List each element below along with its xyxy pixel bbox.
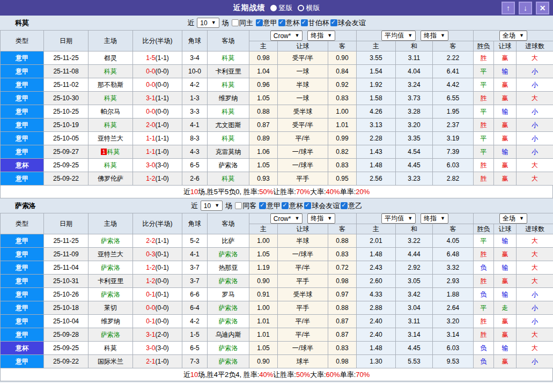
result-cell: 大 — [517, 275, 553, 288]
home-team-cell: 维罗纳 — [89, 315, 133, 328]
bottom-strip — [0, 381, 553, 382]
ah-odds-cell: 0.95 — [328, 172, 357, 186]
ah-odds-cell: 0.98 — [249, 51, 278, 65]
layout-radio-horizontal[interactable]: 横版 — [298, 3, 320, 13]
league-filter-checkbox[interactable]: 球会友谊 — [304, 201, 340, 211]
final-eu-select[interactable]: 终指▼ — [421, 31, 448, 41]
same-venue-filter[interactable]: 同客 — [235, 201, 256, 211]
date-cell: 25-10-04 — [44, 315, 89, 328]
checkbox-icon — [259, 202, 266, 209]
corner-cell: 6-4 — [182, 301, 208, 315]
scope-select[interactable]: 全场▼ — [499, 31, 527, 41]
move-up-button[interactable]: ↑ — [502, 2, 515, 14]
halftime-score: (1-1) — [156, 135, 169, 142]
ah-odds-cell: 1.01 — [328, 119, 357, 132]
final-odds-select[interactable]: 终指▼ — [307, 213, 335, 224]
summary-segment: 让胜率: — [273, 187, 296, 197]
eu-odds-cell: 9.53 — [433, 355, 474, 368]
eu-odds-cell: 2.56 — [357, 172, 396, 186]
average-select[interactable]: 平均值▼ — [381, 213, 416, 224]
home-team-name: 科莫 — [104, 344, 117, 352]
corner-cell: 10-0 — [182, 65, 208, 78]
ah-odds-cell: 一/球半 — [278, 248, 328, 261]
move-down-button[interactable]: ↓ — [519, 2, 532, 14]
home-team-name: 亚特兰大 — [98, 135, 123, 142]
match-count-select[interactable]: 10 ▼ — [197, 18, 219, 28]
league-filter-checkbox[interactable]: 球会友谊 — [330, 18, 366, 28]
away-team-cell: 萨索洛 — [208, 301, 249, 315]
close-button[interactable]: ✕ — [536, 2, 549, 14]
result-cell: 胜 — [474, 328, 494, 342]
eu-odds-cell: 3.14 — [396, 328, 433, 342]
home-team-cell: 萨索洛 — [89, 261, 133, 275]
chevron-down-icon: ▼ — [408, 33, 412, 38]
halftime-score: (0-1) — [156, 291, 169, 298]
summary-segment: 场,胜5平5负0, 胜率: — [198, 187, 259, 197]
col-result-wdl: 胜负 — [474, 41, 494, 51]
match-row: 意甲25-11-04萨索洛1-2(0-1)3-7热那亚1.19平/半0.722.… — [1, 261, 553, 275]
ah-odds-cell: 球半 — [278, 355, 328, 368]
col-eu-away: 客 — [433, 41, 474, 51]
league-filter-checkbox[interactable]: 甘伯杯 — [301, 18, 329, 28]
halftime-score: (0-1) — [156, 264, 169, 271]
eu-odds-cell: 3.11 — [396, 315, 433, 328]
final-eu-select[interactable]: 终指▼ — [421, 213, 448, 224]
away-team-cell: 卡利亚里 — [208, 65, 249, 78]
result-cell: 输 — [494, 105, 517, 119]
result-cell: 胜 — [474, 92, 494, 105]
match-count-select[interactable]: 10 ▼ — [201, 201, 223, 211]
same-venue-filter[interactable]: 同主 — [232, 18, 253, 28]
col-type: 类型 — [1, 31, 44, 51]
col-home: 主场 — [89, 213, 133, 234]
team-name: 科莫 — [15, 18, 29, 28]
result-cell: 赢 — [494, 172, 517, 186]
result-cell: 大 — [517, 234, 553, 248]
away-team-cell: 萨索洛 — [208, 355, 249, 368]
home-team-name: 科莫 — [104, 68, 117, 75]
layout-radio-vertical[interactable]: 竖版 — [270, 3, 293, 13]
result-cell: 胜 — [474, 51, 494, 65]
away-team-cell: 科莫 — [208, 78, 249, 92]
eu-odds-cell: 1.88 — [433, 288, 474, 301]
league-filter-checkbox[interactable]: 意乙 — [341, 201, 362, 211]
chevron-down-icon: ▼ — [294, 33, 299, 38]
eu-odds-cell: 3.73 — [396, 92, 433, 105]
bookmaker-select[interactable]: Crow*▼ — [270, 31, 303, 41]
scope-select[interactable]: 全场▼ — [499, 213, 527, 224]
date-cell: 25-10-31 — [44, 275, 89, 288]
final-odds-select[interactable]: 终指▼ — [307, 31, 335, 41]
bookmaker-select[interactable]: Crow*▼ — [270, 213, 303, 224]
eu-odds-cell: 3.13 — [357, 119, 396, 132]
league-cell: 意甲 — [1, 261, 44, 275]
checkbox-icon — [304, 202, 311, 209]
eu-odds-cell: 2.93 — [433, 275, 474, 288]
summary-segment: 40% — [326, 188, 340, 196]
ah-odds-cell: 一球 — [278, 65, 328, 78]
result-cell: 输 — [494, 145, 517, 159]
eu-odds-cell: 3.35 — [396, 132, 433, 145]
away-team-name: 维罗纳 — [219, 94, 238, 102]
score-cell: 0-3(0-1) — [133, 248, 182, 261]
home-team-name: 萨索洛 — [101, 264, 120, 271]
col-result-wdl: 胜负 — [474, 224, 494, 234]
summary-segment: 20% — [356, 188, 370, 196]
radio-icon — [270, 5, 277, 11]
date-cell: 25-10-25 — [44, 105, 89, 119]
league-filter-label: 意杯 — [286, 18, 300, 28]
home-team-cell: 科莫 — [89, 65, 133, 78]
chevron-down-icon: ▼ — [327, 216, 332, 221]
ah-odds-cell: 0.91 — [249, 288, 278, 301]
ah-odds-cell: 1.19 — [249, 261, 278, 275]
away-team-name: 萨索洛 — [219, 304, 238, 312]
home-team-cell: 科莫 — [89, 119, 133, 132]
average-select[interactable]: 平均值▼ — [381, 31, 416, 41]
fulltime-score: 3-1 — [146, 94, 155, 102]
league-filter-checkbox[interactable]: 意杯 — [282, 201, 303, 211]
league-filter-checkbox[interactable]: 意甲 — [259, 201, 281, 211]
league-filter-checkbox[interactable]: 意杯 — [278, 18, 300, 28]
matches-label: 场 — [225, 201, 232, 211]
eu-odds-cell: 3.19 — [433, 132, 474, 145]
summary-segment: 50% — [296, 371, 310, 379]
league-filter-checkbox[interactable]: 意甲 — [256, 18, 277, 28]
result-cell: 平 — [474, 145, 494, 159]
